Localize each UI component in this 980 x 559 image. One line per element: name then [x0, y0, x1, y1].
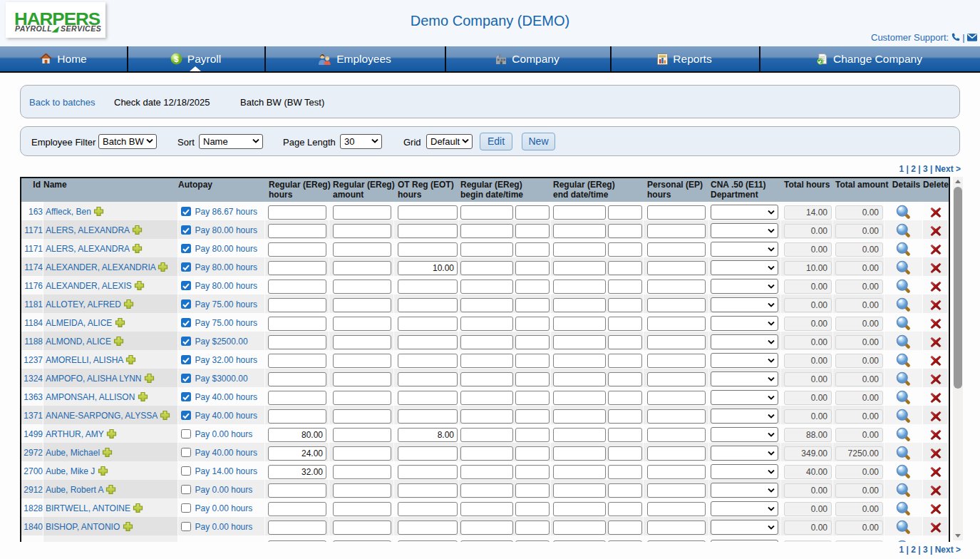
- svg-text:$: $: [174, 55, 179, 63]
